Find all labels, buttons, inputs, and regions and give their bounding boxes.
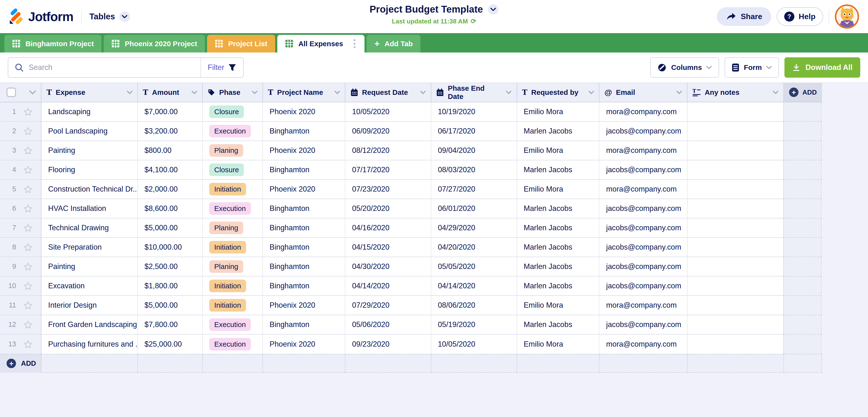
cell-add-column[interactable] bbox=[783, 257, 822, 276]
add-tab-button[interactable]: + Add Tab bbox=[367, 35, 421, 53]
cell-request-date[interactable]: 07/17/2020 bbox=[345, 160, 431, 180]
add-row-cell[interactable] bbox=[688, 354, 784, 373]
cell-request-date[interactable]: 06/09/2020 bbox=[345, 121, 431, 141]
star-icon[interactable] bbox=[23, 166, 33, 174]
cell-phase[interactable]: Planing bbox=[203, 257, 263, 276]
cell-request-date[interactable]: 09/23/2020 bbox=[345, 335, 431, 354]
chevron-down-icon[interactable] bbox=[192, 91, 197, 94]
cell-phase-end-date[interactable]: 10/19/2020 bbox=[431, 102, 517, 121]
cell-add-column[interactable] bbox=[783, 315, 822, 335]
cell-project-name[interactable]: Binghamton bbox=[263, 276, 346, 296]
cell-notes[interactable] bbox=[688, 296, 784, 315]
chevron-down-icon[interactable] bbox=[127, 91, 132, 94]
column-header-amount[interactable]: T Amount bbox=[138, 83, 203, 102]
cell-phase[interactable]: Planing bbox=[203, 218, 263, 238]
cell-email[interactable]: mora@company.com bbox=[599, 141, 687, 160]
add-row-cell[interactable] bbox=[41, 354, 138, 373]
chevron-down-icon[interactable] bbox=[589, 91, 594, 94]
cell-project-name[interactable]: Phoenix 2020 bbox=[263, 296, 346, 315]
column-header-project-name[interactable]: T Project Name bbox=[263, 83, 346, 102]
cell-requested-by[interactable]: Emilio Mora bbox=[517, 141, 600, 160]
chevron-down-icon[interactable] bbox=[29, 91, 36, 94]
cell-notes[interactable] bbox=[688, 335, 784, 354]
chevron-down-icon[interactable] bbox=[335, 91, 340, 94]
share-button[interactable]: Share bbox=[717, 7, 771, 26]
cell-project-name[interactable]: Binghamton bbox=[263, 199, 346, 218]
cell-phase-end-date[interactable]: 09/04/2020 bbox=[431, 141, 517, 160]
cell-amount[interactable]: $2,000.00 bbox=[138, 180, 203, 199]
cell-requested-by[interactable]: Emilio Mora bbox=[517, 296, 600, 315]
star-icon[interactable] bbox=[23, 204, 33, 213]
column-header-phase[interactable]: Phase bbox=[203, 83, 263, 102]
tab-project-list[interactable]: Project List bbox=[207, 35, 275, 53]
column-header-expense[interactable]: T Expense bbox=[41, 83, 138, 102]
cell-notes[interactable] bbox=[688, 257, 784, 276]
cell-amount[interactable]: $8,600.00 bbox=[138, 199, 203, 218]
cell-expense[interactable]: Front Garden Landscaping bbox=[41, 315, 138, 335]
cell-requested-by[interactable]: Marlen Jacobs bbox=[517, 160, 600, 180]
column-header-requested-by[interactable]: T Requested by bbox=[517, 83, 600, 102]
cell-project-name[interactable]: Binghamton bbox=[263, 257, 346, 276]
product-switcher[interactable]: Tables bbox=[89, 11, 130, 22]
cell-request-date[interactable]: 04/30/2020 bbox=[345, 257, 431, 276]
cell-phase-end-date[interactable]: 04/29/2020 bbox=[431, 218, 517, 238]
add-row-cell[interactable] bbox=[263, 354, 346, 373]
cell-notes[interactable] bbox=[688, 199, 784, 218]
cell-add-column[interactable] bbox=[783, 276, 822, 296]
add-row-cell[interactable] bbox=[203, 354, 263, 373]
cell-request-date[interactable]: 04/14/2020 bbox=[345, 276, 431, 296]
tab-binghamton-project[interactable]: Binghamton Project bbox=[4, 35, 101, 53]
cell-email[interactable]: jacobs@company.com bbox=[599, 238, 687, 257]
cell-requested-by[interactable]: Emilio Mora bbox=[517, 335, 600, 354]
cell-requested-by[interactable]: Marlen Jacobs bbox=[517, 276, 600, 296]
cell-phase-end-date[interactable]: 04/14/2020 bbox=[431, 276, 517, 296]
select-all-checkbox[interactable] bbox=[6, 88, 16, 97]
cell-project-name[interactable]: Binghamton bbox=[263, 218, 346, 238]
cell-phase-end-date[interactable]: 05/19/2020 bbox=[431, 315, 517, 335]
cell-email[interactable]: jacobs@company.com bbox=[599, 199, 687, 218]
cell-phase[interactable]: Execution bbox=[203, 335, 263, 354]
cell-phase-end-date[interactable]: 04/20/2020 bbox=[431, 238, 517, 257]
cell-request-date[interactable]: 05/20/2020 bbox=[345, 199, 431, 218]
columns-button[interactable]: Columns bbox=[650, 57, 719, 78]
cell-email[interactable]: mora@company.com bbox=[599, 296, 687, 315]
help-button[interactable]: ? Help bbox=[777, 7, 823, 26]
cell-add-column[interactable] bbox=[783, 199, 822, 218]
cell-amount[interactable]: $25,000.00 bbox=[138, 335, 203, 354]
cell-requested-by[interactable]: Marlen Jacobs bbox=[517, 218, 600, 238]
star-icon[interactable] bbox=[23, 340, 33, 349]
star-icon[interactable] bbox=[23, 146, 33, 155]
cell-request-date[interactable]: 07/29/2020 bbox=[345, 296, 431, 315]
cell-email[interactable]: jacobs@company.com bbox=[599, 121, 687, 141]
star-icon[interactable] bbox=[23, 107, 33, 116]
cell-requested-by[interactable]: Marlen Jacobs bbox=[517, 238, 600, 257]
cell-expense[interactable]: Pool Landscaping bbox=[41, 121, 138, 141]
cell-phase[interactable]: Execution bbox=[203, 199, 263, 218]
add-row-cell[interactable] bbox=[345, 354, 431, 373]
cell-request-date[interactable]: 04/16/2020 bbox=[345, 218, 431, 238]
cell-expense[interactable]: Purchasing furnitures and ... bbox=[41, 335, 138, 354]
cell-add-column[interactable] bbox=[783, 218, 822, 238]
star-icon[interactable] bbox=[23, 127, 33, 136]
chevron-down-icon[interactable] bbox=[252, 91, 257, 94]
cell-phase[interactable]: Initiation bbox=[203, 238, 263, 257]
cell-phase[interactable]: Execution bbox=[203, 315, 263, 335]
cell-email[interactable]: jacobs@company.com bbox=[599, 315, 687, 335]
cell-expense[interactable]: Site Preparation bbox=[41, 238, 138, 257]
cell-notes[interactable] bbox=[688, 218, 784, 238]
cell-project-name[interactable]: Binghamton bbox=[263, 160, 346, 180]
cell-phase-end-date[interactable]: 06/01/2020 bbox=[431, 199, 517, 218]
cell-amount[interactable]: $5,000.00 bbox=[138, 296, 203, 315]
cell-email[interactable]: jacobs@company.com bbox=[599, 257, 687, 276]
cell-phase[interactable]: Initiation bbox=[203, 180, 263, 199]
chevron-down-icon[interactable] bbox=[506, 91, 512, 94]
cell-phase[interactable]: Initiation bbox=[203, 296, 263, 315]
cell-amount[interactable]: $4,100.00 bbox=[138, 160, 203, 180]
cell-email[interactable]: jacobs@company.com bbox=[599, 218, 687, 238]
cell-expense[interactable]: HVAC Installation bbox=[41, 199, 138, 218]
column-header-request-date[interactable]: Request Date bbox=[345, 83, 431, 102]
cell-expense[interactable]: Flooring bbox=[41, 160, 138, 180]
cell-add-column[interactable] bbox=[783, 296, 822, 315]
cell-amount[interactable]: $7,800.00 bbox=[138, 315, 203, 335]
cell-notes[interactable] bbox=[688, 102, 784, 121]
